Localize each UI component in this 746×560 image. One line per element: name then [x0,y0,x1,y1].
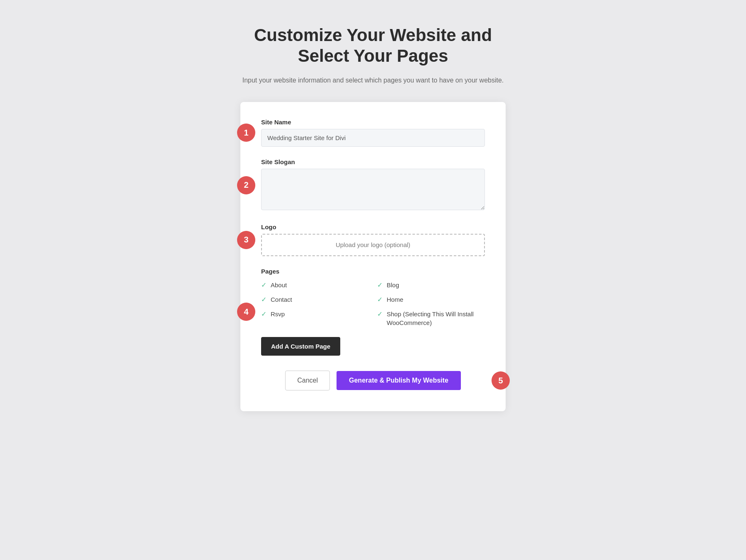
site-name-label: Site Name [261,119,485,126]
form-card: 1 Site Name 2 Site Slogan 3 Logo Upload … [240,102,506,411]
step-badge-2: 2 [237,176,255,194]
site-slogan-input[interactable] [261,169,485,210]
step-badge-1: 1 [237,124,255,142]
page-label-blog[interactable]: Blog [387,281,399,289]
check-icon: ✓ [377,281,383,289]
step-badge-4: 4 [237,303,255,321]
logo-section: 3 Logo Upload your logo (optional) [261,223,485,256]
logo-upload-text: Upload your logo (optional) [336,241,410,248]
list-item: ✓ About [261,281,369,289]
list-item: ✓ Home [377,295,485,304]
page-subtitle: Input your website information and selec… [242,75,504,86]
logo-label: Logo [261,223,485,230]
form-footer: Cancel Generate & Publish My Website 5 [261,371,485,390]
list-item: ✓ Rsvp [261,310,369,327]
page-label-rsvp[interactable]: Rsvp [271,310,285,318]
pages-grid: ✓ About ✓ Blog ✓ Contact ✓ Home ✓ Rsvp ✓ [261,281,485,327]
pages-label: Pages [261,268,485,275]
add-custom-page-button[interactable]: Add A Custom Page [261,337,340,356]
list-item: ✓ Blog [377,281,485,289]
site-slogan-label: Site Slogan [261,158,485,165]
step-badge-5: 5 [492,371,510,390]
site-name-section: 1 Site Name [261,119,485,147]
site-slogan-section: 2 Site Slogan [261,158,485,212]
site-name-input[interactable] [261,129,485,147]
page-title: Customize Your Website and Select Your P… [242,25,504,67]
generate-publish-button[interactable]: Generate & Publish My Website [337,371,461,390]
page-label-shop[interactable]: Shop (Selecting This Will Install WooCom… [387,310,485,327]
pages-section: 4 Pages ✓ About ✓ Blog ✓ Contact ✓ Home … [261,268,485,356]
page-label-contact[interactable]: Contact [271,295,292,304]
page-label-home[interactable]: Home [387,295,403,304]
page-label-about[interactable]: About [271,281,287,289]
page-header: Customize Your Website and Select Your P… [242,25,504,85]
check-icon: ✓ [261,281,266,289]
check-icon: ✓ [261,310,266,318]
list-item: ✓ Contact [261,295,369,304]
check-icon: ✓ [377,296,383,303]
step-badge-3: 3 [237,231,255,249]
cancel-button[interactable]: Cancel [285,371,330,390]
logo-upload-area[interactable]: Upload your logo (optional) [261,234,485,256]
check-icon: ✓ [261,296,266,303]
check-icon: ✓ [377,310,383,318]
list-item: ✓ Shop (Selecting This Will Install WooC… [377,310,485,327]
